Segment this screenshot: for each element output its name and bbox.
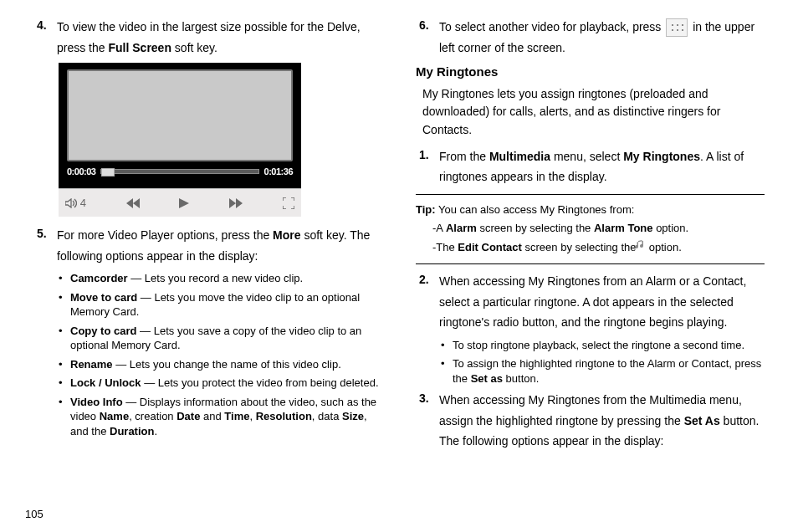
list-item: • To assign the highlighted ringtone to … xyxy=(441,356,765,386)
text: — Lets you protect the video from being … xyxy=(141,376,379,389)
bullet-icon: • xyxy=(59,290,70,320)
step-text: For more Video Player options, press the… xyxy=(57,225,382,266)
section-intro: My Ringtones lets you assign ringtones (… xyxy=(422,85,765,140)
text: To select another video for playback, pr… xyxy=(439,20,664,33)
progress-bar[interactable] xyxy=(100,169,258,174)
fullscreen-button[interactable] xyxy=(283,197,294,209)
list-item: • Camcorder — Lets you record a new vide… xyxy=(59,271,382,286)
skip-back-icon xyxy=(126,198,140,208)
bold-term: Duration xyxy=(110,425,154,437)
bullet-text: Copy to card — Lets you save a copy of t… xyxy=(70,324,382,353)
step-5: 5. For more Video Player options, press … xyxy=(33,225,382,266)
step-6: 6. To select another video for playback,… xyxy=(416,17,765,58)
bold-term: More xyxy=(273,228,300,242)
bullet-icon: • xyxy=(59,357,70,372)
play-button[interactable] xyxy=(179,198,189,208)
video-controls: 4 xyxy=(59,188,301,217)
next-button[interactable] xyxy=(229,198,243,208)
bold-term: Camcorder xyxy=(70,272,128,284)
section-heading-my-ringtones: My Ringtones xyxy=(416,63,765,82)
text: For more Video Player options, press the xyxy=(57,228,273,242)
divider xyxy=(416,194,765,195)
step-2: 2. When accessing My Ringtones from an A… xyxy=(416,271,765,333)
time-row: 0:00:03 0:01:36 xyxy=(67,165,293,179)
time-start: 0:00:03 xyxy=(67,165,95,179)
bold-term: Alarm Tone xyxy=(594,222,653,234)
text: You can also access My Ringtones from: xyxy=(436,203,635,216)
music-note-icon xyxy=(639,239,646,257)
text: — Lets you record a new video clip. xyxy=(128,272,304,284)
bold-term: Copy to card xyxy=(70,325,136,337)
page-number: 105 xyxy=(25,506,43,523)
prev-button[interactable] xyxy=(126,198,140,208)
bold-term: Edit Contact xyxy=(458,241,522,253)
step-number: 2. xyxy=(416,271,439,333)
step-number: 5. xyxy=(33,225,57,266)
step-number: 4. xyxy=(33,17,57,58)
step-text: When accessing My Ringtones from an Alar… xyxy=(439,271,765,333)
text: screen by selecting the xyxy=(477,222,594,234)
text: -The xyxy=(432,241,458,253)
bold-term: Set as xyxy=(471,372,503,385)
bold-term: Full Screen xyxy=(108,41,171,54)
bullet-icon: • xyxy=(59,271,70,286)
bold-term: Size xyxy=(342,410,364,422)
step-number: 1. xyxy=(416,146,439,187)
text: , data xyxy=(312,410,342,422)
bullet-text: To assign the highlighted ringtone to th… xyxy=(453,356,765,386)
bullet-icon: • xyxy=(441,356,453,386)
step-number: 6. xyxy=(416,17,439,58)
step-number: 3. xyxy=(416,390,439,452)
bold-term: Set As xyxy=(684,414,720,427)
step-4: 4. To view the video in the largest size… xyxy=(33,17,382,58)
list-item: • Rename — Lets you change the name of t… xyxy=(59,357,382,372)
text: From the xyxy=(439,150,489,163)
text: screen by selecting the xyxy=(522,241,639,253)
text: option. xyxy=(649,241,682,253)
text: — Lets you change the name of this video… xyxy=(113,358,341,371)
tip-line: Tip: You can also access My Ringtones fr… xyxy=(416,202,765,219)
bullet-text: Move to card — Lets you move the video c… xyxy=(70,290,382,320)
step2-bullets: • To stop ringtone playback, select the … xyxy=(441,338,765,386)
bullet-text: To stop ringtone playback, select the ri… xyxy=(453,338,765,353)
text: , creation xyxy=(129,410,176,422)
bold-term: Time xyxy=(224,410,249,422)
bullet-icon: • xyxy=(59,324,70,353)
bullet-text: Lock / Unlock — Lets you protect the vid… xyxy=(70,376,382,391)
step-3: 3. When accessing My Ringtones from the … xyxy=(416,390,765,452)
volume-control[interactable]: 4 xyxy=(65,195,86,212)
tip-sub-line: -The Edit Contact screen by selecting th… xyxy=(432,239,765,257)
grid-menu-icon xyxy=(666,18,688,37)
bullet-icon: • xyxy=(59,376,70,391)
video-frame xyxy=(67,69,293,161)
bold-term: Multimedia xyxy=(489,150,550,163)
step-1: 1. From the Multimedia menu, select My R… xyxy=(416,146,765,187)
text: button. xyxy=(503,372,539,385)
bullet-text: Rename — Lets you change the name of thi… xyxy=(70,357,382,372)
bold-term: Move to card xyxy=(70,291,137,304)
bullet-text: Camcorder — Lets you record a new video … xyxy=(70,271,382,286)
bold-term: Alarm xyxy=(446,222,477,234)
step-text: From the Multimedia menu, select My Ring… xyxy=(439,146,765,187)
skip-forward-icon xyxy=(229,198,243,208)
expand-icon xyxy=(283,197,294,209)
list-item: • Video Info — Displays information abou… xyxy=(59,395,382,439)
time-end: 0:01:36 xyxy=(264,165,293,179)
text: and xyxy=(200,410,224,422)
volume-level: 4 xyxy=(80,195,86,212)
divider xyxy=(416,263,765,264)
bullet-icon: • xyxy=(59,395,70,439)
list-item: • Copy to card — Lets you save a copy of… xyxy=(59,324,382,353)
text: menu, select xyxy=(550,150,623,163)
right-column: 6. To select another video for playback,… xyxy=(416,17,765,457)
bold-term: My Ringtones xyxy=(623,150,700,163)
list-item: • Lock / Unlock — Lets you protect the v… xyxy=(59,376,382,391)
bold-term: Lock / Unlock xyxy=(70,376,141,389)
step-text: When accessing My Ringtones from the Mul… xyxy=(439,390,765,452)
bold-term: Rename xyxy=(70,358,113,371)
text: . xyxy=(154,425,157,437)
bullet-text: Video Info — Displays information about … xyxy=(70,395,382,439)
video-screen: 0:00:03 0:01:36 xyxy=(59,63,301,188)
text: , xyxy=(249,410,255,422)
bold-term: Resolution xyxy=(256,410,312,422)
